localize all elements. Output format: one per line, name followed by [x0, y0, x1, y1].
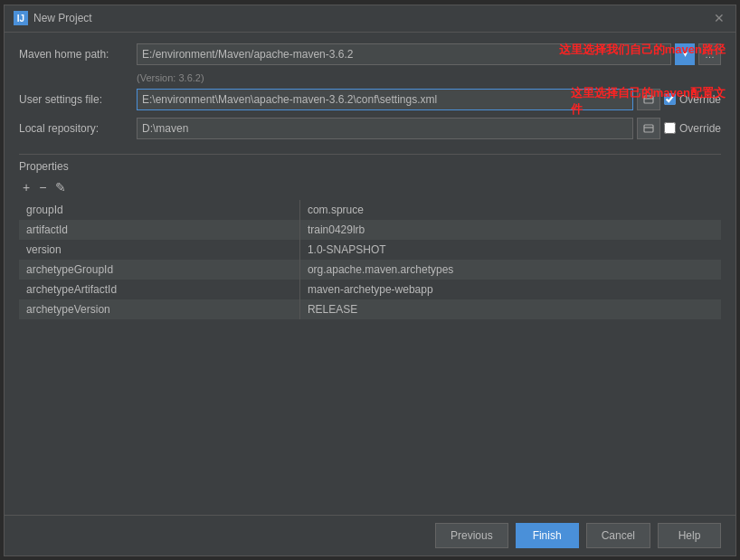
- local-repo-label: Local repository:: [19, 122, 137, 135]
- user-settings-browse-btn[interactable]: [637, 89, 660, 110]
- svg-rect-1: [644, 125, 653, 132]
- local-repo-override-label: Override: [679, 122, 721, 135]
- svg-rect-0: [644, 96, 653, 103]
- add-property-btn[interactable]: +: [19, 178, 33, 196]
- prop-value: 1.0-SNAPSHOT: [299, 240, 721, 260]
- finish-button[interactable]: Finish: [516, 523, 579, 548]
- previous-button[interactable]: Previous: [435, 523, 508, 548]
- local-repo-row: Local repository: Override: [19, 118, 721, 139]
- prop-key: archetypeVersion: [19, 299, 299, 319]
- prop-value: RELEASE: [299, 299, 721, 319]
- maven-home-browse-btn[interactable]: …: [698, 43, 721, 65]
- prop-value: train0429lrb: [299, 220, 721, 240]
- prop-value: maven-archetype-webapp: [299, 280, 721, 299]
- table-row[interactable]: version1.0-SNAPSHOT: [19, 240, 721, 260]
- properties-section-title: Properties: [19, 160, 721, 173]
- maven-version-text: (Version: 3.6.2): [137, 72, 254, 83]
- local-repo-browse-btn[interactable]: [637, 118, 660, 139]
- remove-property-btn[interactable]: −: [35, 178, 50, 196]
- app-icon: IJ: [14, 11, 28, 25]
- maven-home-label: Maven home path:: [19, 48, 137, 61]
- edit-property-btn[interactable]: ✎: [52, 178, 70, 196]
- maven-home-input[interactable]: [137, 43, 671, 65]
- local-repo-input-wrap: Override: [137, 118, 721, 139]
- prop-key: version: [19, 240, 299, 260]
- prop-value: org.apache.maven.archetypes: [299, 260, 721, 280]
- user-settings-override-checkbox[interactable]: [664, 93, 676, 105]
- table-row[interactable]: archetypeGroupIdorg.apache.maven.archety…: [19, 260, 721, 280]
- prop-value: com.spruce: [299, 200, 721, 220]
- user-settings-input[interactable]: [137, 89, 633, 110]
- close-button[interactable]: ✕: [712, 11, 726, 25]
- properties-toolbar: + − ✎: [19, 178, 721, 196]
- cancel-button[interactable]: Cancel: [586, 523, 650, 548]
- user-settings-override-label: Override: [679, 93, 721, 106]
- maven-home-row: Maven home path: ▾ … 这里选择我们自己的maven路径: [19, 43, 721, 65]
- user-settings-input-wrap: Override: [137, 89, 721, 110]
- local-repo-input[interactable]: [137, 118, 633, 139]
- table-row[interactable]: archetypeArtifactIdmaven-archetype-webap…: [19, 280, 721, 299]
- prop-key: archetypeArtifactId: [19, 280, 299, 299]
- prop-key: archetypeGroupId: [19, 260, 299, 280]
- table-row[interactable]: groupIdcom.spruce: [19, 200, 721, 220]
- title-bar: IJ New Project ✕: [5, 5, 735, 33]
- maven-home-dropdown-btn[interactable]: ▾: [675, 43, 695, 65]
- prop-key: artifactId: [19, 220, 299, 240]
- user-settings-override-wrap: Override: [664, 93, 721, 106]
- maven-home-input-wrap: ▾ …: [137, 43, 721, 65]
- properties-table: groupIdcom.spruceartifactIdtrain0429lrbv…: [19, 200, 721, 319]
- dialog-content: Maven home path: ▾ … 这里选择我们自己的maven路径 (V…: [5, 33, 735, 515]
- user-settings-label: User settings file:: [19, 93, 137, 106]
- local-repo-override-checkbox[interactable]: [664, 122, 676, 134]
- dialog-title: New Project: [33, 12, 92, 24]
- new-project-dialog: IJ New Project ✕ Maven home path: ▾ … 这里…: [4, 5, 736, 556]
- user-settings-row: User settings file: Override 这里选择自己的mave…: [19, 89, 721, 110]
- dialog-footer: Previous Finish Cancel Help: [5, 515, 735, 555]
- prop-key: groupId: [19, 200, 299, 220]
- title-bar-left: IJ New Project: [14, 11, 92, 25]
- help-button[interactable]: Help: [658, 523, 721, 548]
- table-row[interactable]: artifactIdtrain0429lrb: [19, 220, 721, 240]
- table-row[interactable]: archetypeVersionRELEASE: [19, 299, 721, 319]
- local-repo-override-wrap: Override: [664, 122, 721, 135]
